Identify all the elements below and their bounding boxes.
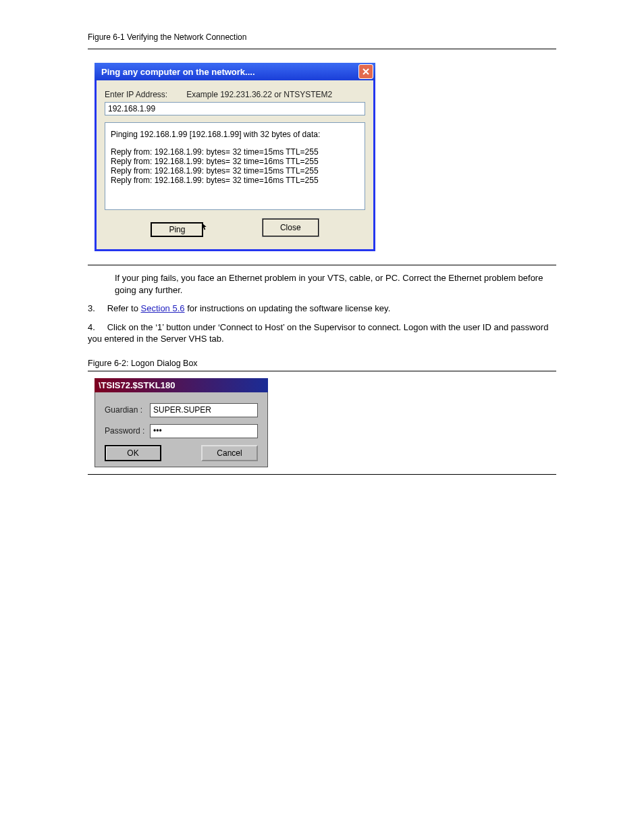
followup-paragraph: If your ping fails, you face an Ethernet… (115, 272, 556, 296)
ok-button[interactable]: OK (105, 445, 161, 461)
ip-address-input[interactable] (105, 102, 365, 115)
step-3: 3. Refer to Section 5.6 for instructions… (88, 303, 556, 315)
ping-dialog: Ping any computer on the network.... Ent… (95, 63, 375, 251)
rule-above-login (88, 371, 556, 371)
step3-text-before: Refer to (107, 303, 141, 313)
figure-label-logon: Figure 6-2: Logon Dialog Box (88, 359, 556, 368)
ping-button[interactable]: Ping (151, 222, 203, 237)
step-4: 4. Click on the ‘1’ button under ‘Connec… (88, 321, 556, 345)
password-label: Password : (105, 426, 150, 436)
close-icon[interactable] (358, 64, 373, 79)
rule-above-ping (88, 49, 556, 49)
example-label: Example 192.231.36.22 or NTSYSTEM2 (186, 90, 332, 99)
ping-output[interactable]: Pinging 192.168.1.99 [192.168.1.99] with… (105, 122, 365, 210)
rule-below-login (88, 474, 556, 475)
close-button[interactable]: Close (262, 218, 319, 237)
output-line: Reply from: 192.168.1.99: bytes= 32 time… (111, 166, 359, 176)
guardian-input[interactable] (150, 403, 258, 417)
guardian-label: Guardian : (105, 405, 150, 415)
cursor-icon (202, 221, 210, 232)
step3-text-after: for instructions on updating the softwar… (187, 303, 390, 313)
step4-text: Click on the ‘1’ button under ‘Connect t… (88, 322, 548, 344)
rule-below-ping (88, 265, 556, 265)
output-line: Reply from: 192.168.1.99: bytes= 32 time… (111, 176, 359, 185)
logon-dialog: \TSIS72.$STKL180 Guardian : Password : O… (95, 378, 268, 467)
output-header: Pinging 192.168.1.99 [192.168.1.99] with… (111, 130, 359, 139)
figure-caption-ping: Figure 6-1 Verifying the Network Connect… (88, 32, 556, 42)
ping-title: Ping any computer on the network.... (101, 67, 255, 77)
cancel-button[interactable]: Cancel (201, 445, 258, 461)
ping-titlebar: Ping any computer on the network.... (95, 63, 375, 80)
output-line: Reply from: 192.168.1.99: bytes= 32 time… (111, 147, 359, 157)
section-link[interactable]: Section 5.6 (140, 303, 184, 313)
step-number: 3. (88, 303, 105, 315)
step-number: 4. (88, 321, 105, 334)
output-line: Reply from: 192.168.1.99: bytes= 32 time… (111, 157, 359, 166)
logon-title: \TSIS72.$STKL180 (95, 378, 268, 392)
enter-ip-label: Enter IP Address: (105, 90, 167, 99)
password-input[interactable] (150, 424, 258, 438)
